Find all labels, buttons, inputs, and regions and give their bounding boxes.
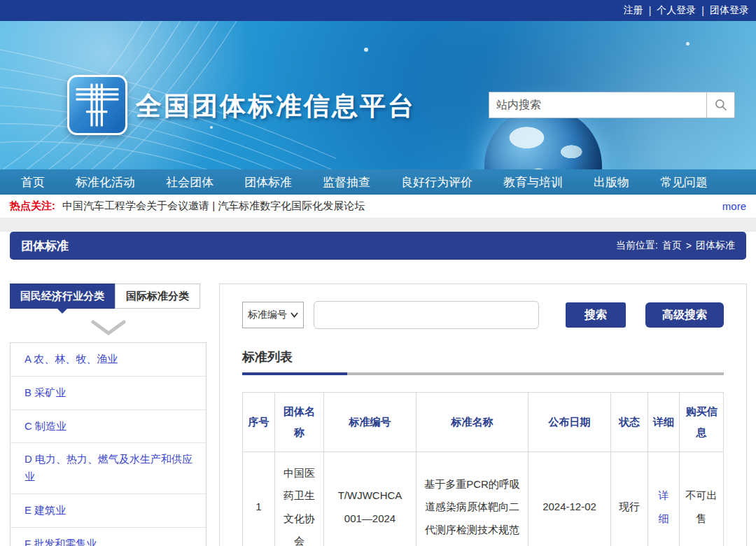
sparkle-decoration bbox=[364, 48, 368, 52]
nav-item-education[interactable]: 教育与培训 bbox=[503, 174, 563, 190]
sparkle-decoration bbox=[210, 126, 213, 129]
col-seq: 序号 bbox=[243, 393, 275, 452]
list-title: 标准列表 bbox=[242, 349, 724, 365]
col-detail: 详细 bbox=[648, 393, 680, 452]
tab-label: 国民经济行业分类 bbox=[20, 290, 104, 303]
nav-item-publications[interactable]: 出版物 bbox=[594, 174, 629, 190]
col-name: 标准名称 bbox=[416, 393, 528, 452]
cell-code: T/WJWCHCA 001—2024 bbox=[324, 452, 416, 546]
active-tab-pointer bbox=[57, 309, 67, 314]
standards-search-input[interactable] bbox=[314, 301, 539, 329]
nav-item-good-conduct[interactable]: 良好行为评价 bbox=[401, 174, 472, 190]
site-search-box bbox=[489, 92, 735, 118]
col-date: 公布日期 bbox=[528, 393, 611, 452]
nav-item-home[interactable]: 首页 bbox=[21, 174, 45, 190]
nav-item-standardization-activities[interactable]: 标准化活动 bbox=[76, 174, 135, 190]
industry-category-list: A 农、林、牧、渔业 B 采矿业 C 制造业 D 电力、热力、燃气及水生产和供应… bbox=[10, 342, 206, 546]
divider-strip bbox=[0, 218, 756, 232]
sidebar-item-mining[interactable]: B 采矿业 bbox=[10, 377, 206, 410]
chevron-down-icon bbox=[290, 312, 298, 318]
standards-table: 序号 团体名称 标准编号 标准名称 公布日期 状态 详细 购买信息 1 中国医药… bbox=[242, 392, 724, 546]
chevron-down-icon bbox=[90, 320, 127, 335]
site-search-input[interactable] bbox=[489, 92, 706, 118]
main-nav: 首页 标准化活动 社会团体 团体标准 监督抽查 良好行为评价 教育与培训 出版物… bbox=[0, 169, 756, 195]
site-title: 全国团体标准信息平台 bbox=[136, 89, 416, 124]
tab-label: 国际标准分类 bbox=[126, 290, 189, 303]
breadcrumb-current: 团体标准 bbox=[696, 239, 735, 252]
cell-name: 基于多重PCR的呼吸道感染病原体靶向二代测序检测技术规范 bbox=[416, 452, 528, 546]
nav-item-group-standards[interactable]: 团体标准 bbox=[244, 174, 292, 190]
sidebar-item-utilities[interactable]: D 电力、热力、燃气及水生产和供应业 bbox=[10, 443, 206, 494]
tab-national-economic-classification[interactable]: 国民经济行业分类 bbox=[10, 284, 115, 309]
sidebar-item-construction[interactable]: E 建筑业 bbox=[10, 494, 206, 528]
cell-date: 2024-12-02 bbox=[528, 452, 611, 546]
cell-seq: 1 bbox=[243, 452, 275, 546]
standards-panel: 标准编号 搜索 高级搜索 标准列表 序号 团体名称 标准编号 标准名称 bbox=[219, 284, 747, 546]
breadcrumb-label: 当前位置: bbox=[616, 239, 658, 252]
list-title-underline bbox=[242, 372, 724, 375]
hot-topics-label: 热点关注: bbox=[10, 200, 55, 213]
nav-item-supervision[interactable]: 监督抽查 bbox=[323, 174, 370, 190]
cell-status: 现行 bbox=[611, 452, 648, 546]
list-title-accent bbox=[242, 372, 347, 375]
section-header: 团体标准 当前位置: 首页 > 团体标准 bbox=[10, 232, 746, 260]
search-icon bbox=[714, 98, 728, 112]
sidebar-item-wholesale-retail[interactable]: F 批发和零售业 bbox=[10, 528, 206, 546]
hot-topics-bar: 热点关注: 中国汽车工程学会关于会议邀请 | 汽车标准数字化国际化发展论坛 mo… bbox=[0, 195, 756, 218]
advanced-search-button[interactable]: 高级搜索 bbox=[645, 302, 724, 328]
site-banner: 全国团体标准信息平台 bbox=[0, 21, 756, 169]
separator: | bbox=[649, 5, 652, 16]
sidebar-item-agriculture[interactable]: A 农、林、牧、渔业 bbox=[10, 343, 206, 377]
sidebar-item-manufacturing[interactable]: C 制造业 bbox=[10, 410, 206, 444]
detail-link[interactable]: 详细 bbox=[659, 489, 669, 524]
breadcrumb-home-link[interactable]: 首页 bbox=[662, 239, 682, 252]
cell-detail: 详细 bbox=[648, 452, 680, 546]
col-purchase: 购买信息 bbox=[680, 393, 724, 452]
page-title: 团体标准 bbox=[21, 238, 69, 254]
table-header-row: 序号 团体名称 标准编号 标准名称 公布日期 状态 详细 购买信息 bbox=[243, 393, 724, 452]
search-button[interactable]: 搜索 bbox=[566, 302, 626, 328]
cell-org: 中国医药卫生文化协会 bbox=[275, 452, 324, 546]
cell-purchase: 不可出售 bbox=[680, 452, 724, 546]
logo-t-icon bbox=[69, 77, 125, 133]
group-login-link[interactable]: 团体登录 bbox=[710, 4, 749, 17]
collapse-control[interactable] bbox=[10, 320, 206, 335]
separator: | bbox=[701, 5, 704, 16]
col-code: 标准编号 bbox=[324, 393, 416, 452]
search-field-select[interactable]: 标准编号 bbox=[242, 302, 304, 328]
table-row: 1 中国医药卫生文化协会 T/WJWCHCA 001—2024 基于多重PCR的… bbox=[243, 452, 724, 546]
nav-item-social-organizations[interactable]: 社会团体 bbox=[166, 174, 214, 190]
more-link[interactable]: more bbox=[722, 200, 746, 212]
breadcrumb-separator: > bbox=[686, 240, 692, 251]
search-field-value: 标准编号 bbox=[248, 309, 287, 321]
account-bar: 注册 | 个人登录 | 团体登录 bbox=[0, 0, 756, 21]
category-sidebar: 国民经济行业分类 国际标准分类 A 农、林、牧、渔业 B 采矿业 C 制造业 D… bbox=[10, 284, 206, 546]
nav-item-faq[interactable]: 常见问题 bbox=[660, 174, 708, 190]
site-logo[interactable] bbox=[67, 75, 127, 135]
personal-login-link[interactable]: 个人登录 bbox=[657, 4, 696, 17]
sparkle-decoration bbox=[686, 42, 690, 46]
register-link[interactable]: 注册 bbox=[624, 4, 643, 17]
category-tabs: 国民经济行业分类 国际标准分类 bbox=[10, 284, 206, 309]
main-content: 国民经济行业分类 国际标准分类 A 农、林、牧、渔业 B 采矿业 C 制造业 D… bbox=[0, 260, 756, 546]
hot-topics-text[interactable]: 中国汽车工程学会关于会议邀请 | 汽车标准数字化国际化发展论坛 bbox=[62, 200, 365, 213]
col-status: 状态 bbox=[611, 393, 648, 452]
col-org: 团体名称 bbox=[275, 393, 324, 452]
breadcrumb: 当前位置: 首页 > 团体标准 bbox=[616, 239, 735, 252]
site-search-button[interactable] bbox=[706, 92, 734, 118]
standards-search-row: 标准编号 搜索 高级搜索 bbox=[242, 301, 724, 329]
tab-international-classification[interactable]: 国际标准分类 bbox=[115, 284, 200, 309]
